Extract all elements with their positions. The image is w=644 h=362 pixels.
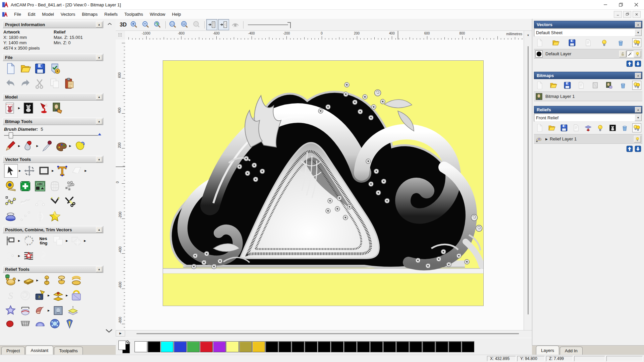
bitmaps-header[interactable]: Bitmaps ▲ bbox=[534, 72, 642, 79]
collapse-arrow-icon[interactable]: ▲ bbox=[96, 157, 102, 162]
menu-file[interactable]: File bbox=[11, 10, 24, 18]
fade-slider-track[interactable] bbox=[248, 24, 288, 25]
new-model-button[interactable] bbox=[535, 38, 544, 47]
view-fade-slider[interactable] bbox=[248, 21, 295, 28]
menu-window[interactable]: Window bbox=[147, 10, 169, 18]
emboss-face-button[interactable] bbox=[52, 304, 65, 317]
menu-edit[interactable]: Edit bbox=[24, 10, 39, 18]
palette-swatch-17[interactable] bbox=[357, 341, 370, 352]
expand-arrow-icon[interactable]: ▶ bbox=[545, 137, 548, 141]
menu-bitmaps[interactable]: Bitmaps bbox=[78, 10, 101, 18]
copy-button[interactable] bbox=[48, 77, 61, 90]
tab-layers[interactable]: Layers bbox=[536, 346, 559, 355]
star-tool-button[interactable] bbox=[48, 210, 61, 223]
gray-page-button[interactable] bbox=[591, 81, 600, 90]
relief-layer-row[interactable]: ▶ Relief Layer 1 bbox=[534, 134, 642, 144]
tab-toolpaths[interactable]: Toolpaths bbox=[54, 347, 83, 355]
menu-vectors[interactable]: Vectors bbox=[57, 10, 78, 18]
align-vectors-button[interactable] bbox=[4, 234, 17, 247]
open-file-button[interactable] bbox=[547, 123, 556, 132]
bulbs-button[interactable] bbox=[632, 38, 641, 47]
node-edit-button[interactable] bbox=[19, 210, 32, 223]
nesting-button[interactable]: Nesting bbox=[37, 234, 50, 247]
section-header-bitmap-tools[interactable]: Bitmap Tools ▲ bbox=[3, 118, 103, 125]
paint-button[interactable] bbox=[4, 139, 17, 153]
dome-tool-button[interactable] bbox=[34, 318, 47, 329]
flyout-arrow-icon[interactable]: ▶ bbox=[48, 294, 50, 297]
transform-vectors-button[interactable] bbox=[23, 164, 36, 177]
palette-button[interactable] bbox=[55, 139, 68, 153]
layer-name[interactable]: Bitmap Layer 1 bbox=[545, 94, 641, 99]
fan-tool-button[interactable] bbox=[63, 318, 76, 329]
swept-profile-button[interactable]: S bbox=[4, 289, 17, 302]
create-rectangle-button[interactable] bbox=[38, 164, 51, 177]
chevron-down-icon[interactable]: ▼ bbox=[635, 114, 642, 121]
minimize-button[interactable] bbox=[598, 0, 613, 9]
vector-layer-row[interactable]: Default Layer bbox=[534, 49, 642, 59]
slider-track[interactable] bbox=[4, 135, 98, 136]
palette-swatch-18[interactable] bbox=[370, 341, 383, 352]
flyout-arrow-icon[interactable]: ▶ bbox=[36, 279, 38, 282]
offset-relief-button[interactable] bbox=[66, 304, 79, 317]
slice-relief-button[interactable] bbox=[34, 304, 47, 317]
collapse-arrow-icon[interactable]: ▲ bbox=[96, 119, 102, 124]
collapse-arrow-icon[interactable]: ▲ bbox=[635, 22, 641, 27]
ruler-units-dropdown[interactable]: ▼ bbox=[524, 31, 532, 40]
menu-help[interactable]: Help bbox=[169, 10, 184, 18]
open-file-button[interactable] bbox=[19, 62, 32, 75]
zoom-selection-button[interactable] bbox=[191, 19, 202, 30]
zoom-previous-button[interactable] bbox=[152, 19, 163, 30]
wrap-relief-button[interactable] bbox=[19, 304, 32, 317]
flyout-arrow-icon[interactable]: ▶ bbox=[84, 239, 86, 242]
relief-selector[interactable]: Front Relief ▼ bbox=[534, 114, 642, 122]
palette-swatch-3[interactable] bbox=[174, 341, 186, 352]
flyout-arrow-icon[interactable]: ▶ bbox=[85, 169, 87, 172]
toggle-vector-button[interactable] bbox=[218, 19, 229, 30]
palette-swatch-12[interactable] bbox=[291, 341, 304, 352]
extrude-shape-button[interactable] bbox=[55, 274, 68, 287]
ruler-options-button[interactable]: ▶ bbox=[116, 330, 125, 337]
shape-editor-button[interactable] bbox=[4, 274, 17, 287]
two-rail-spin-button[interactable] bbox=[40, 274, 53, 287]
palette-swatch-24[interactable] bbox=[448, 341, 461, 352]
palette-swatch-0[interactable] bbox=[135, 341, 147, 352]
palette-swatch-9[interactable] bbox=[252, 341, 265, 352]
paste-button[interactable] bbox=[63, 77, 76, 90]
layer-name[interactable]: Relief Layer 1 bbox=[550, 136, 634, 141]
adjust-model-image-button[interactable] bbox=[22, 102, 35, 115]
save-model-button[interactable] bbox=[34, 62, 47, 75]
visibility-bulb-icon[interactable] bbox=[634, 51, 641, 57]
fit-to-curves-button[interactable] bbox=[22, 249, 35, 262]
teddy-dark-button[interactable] bbox=[608, 123, 617, 132]
flyout-arrow-icon[interactable]: ▶ bbox=[69, 144, 71, 147]
import-file-button[interactable] bbox=[572, 123, 581, 132]
vertical-scrollbar[interactable] bbox=[524, 40, 532, 330]
flyout-arrow-icon[interactable]: ▶ bbox=[19, 169, 21, 172]
bitmap-layer-row[interactable]: Bitmap Layer 1 bbox=[534, 92, 642, 101]
flip-relief-button[interactable] bbox=[70, 289, 83, 302]
panel-scroll-down-icon[interactable] bbox=[105, 328, 113, 334]
flyout-arrow-icon[interactable]: ▶ bbox=[18, 107, 20, 110]
bulbs-button[interactable] bbox=[632, 81, 641, 90]
relief-layer-thumbnail[interactable] bbox=[535, 135, 543, 143]
toggle-bitmap-button[interactable] bbox=[206, 19, 217, 30]
block-group-button[interactable] bbox=[52, 234, 65, 247]
open-file-button[interactable] bbox=[551, 38, 560, 47]
join-vectors-button[interactable] bbox=[4, 249, 17, 262]
fill-region-button[interactable] bbox=[73, 139, 86, 153]
weld-vectors-button[interactable] bbox=[70, 234, 83, 247]
clear-bitmap-button[interactable] bbox=[52, 102, 65, 115]
two-rail-sweep-button[interactable] bbox=[70, 274, 83, 287]
fade-slider-handle[interactable] bbox=[287, 22, 291, 28]
section-header-model[interactable]: Model ▲ bbox=[3, 93, 103, 101]
flyout-arrow-icon[interactable]: ▶ bbox=[48, 309, 50, 312]
create-text-button[interactable] bbox=[56, 164, 69, 177]
tab-add-in[interactable]: Add In bbox=[560, 347, 583, 355]
bitmap-layer-thumbnail[interactable] bbox=[535, 93, 543, 100]
open-file-button[interactable] bbox=[549, 81, 558, 90]
palette-swatch-14[interactable] bbox=[318, 341, 330, 352]
palette-swatch-21[interactable] bbox=[409, 341, 422, 352]
move-layer-up-button[interactable] bbox=[626, 60, 633, 67]
2d-view-viewport[interactable] bbox=[125, 40, 532, 330]
redo-button[interactable] bbox=[19, 77, 32, 90]
